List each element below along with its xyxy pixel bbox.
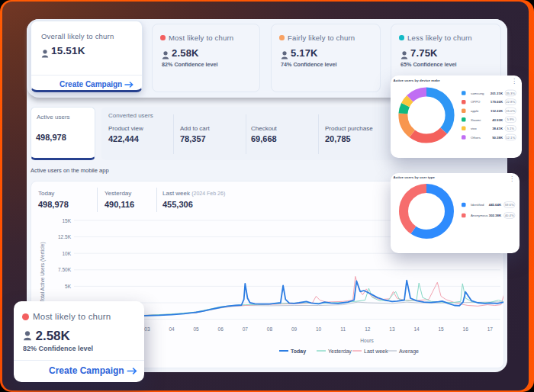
svg-text:13: 13 xyxy=(389,326,395,332)
svg-text:07: 07 xyxy=(243,326,249,332)
svg-text:16: 16 xyxy=(463,326,469,332)
svg-text:05: 05 xyxy=(193,326,199,332)
svg-text:09: 09 xyxy=(291,326,298,332)
svg-text:Hours: Hours xyxy=(360,338,374,343)
svg-text:06: 06 xyxy=(218,326,224,332)
svg-text:12.5K: 12.5K xyxy=(58,234,72,239)
svg-text:40.4%: 40.4% xyxy=(505,214,514,217)
svg-text:Others: Others xyxy=(471,136,481,140)
svg-text:samsung: samsung xyxy=(471,92,484,95)
svg-text:59.6%: 59.6% xyxy=(505,203,514,207)
svg-text:14: 14 xyxy=(413,326,420,332)
svg-text:Anonymous: Anonymous xyxy=(471,214,488,217)
svg-text:43.93K: 43.93K xyxy=(492,118,503,122)
svg-text:5.1%: 5.1% xyxy=(507,127,514,130)
svg-text:Yesterday: Yesterday xyxy=(328,349,352,355)
svg-text:5K: 5K xyxy=(65,284,72,289)
svg-text:Identified: Identified xyxy=(471,203,484,207)
svg-text:12: 12 xyxy=(365,326,371,332)
svg-text:04: 04 xyxy=(169,326,175,332)
svg-text:35.3%: 35.3% xyxy=(506,92,515,95)
svg-text:15.0%: 15.0% xyxy=(506,109,515,113)
svg-text:10: 10 xyxy=(316,326,322,332)
svg-text:Last week: Last week xyxy=(364,349,388,354)
svg-text:17: 17 xyxy=(487,326,494,332)
svg-text:vivo: vivo xyxy=(471,127,477,130)
svg-text:38.41K: 38.41K xyxy=(492,127,503,130)
svg-text:112.22K: 112.22K xyxy=(491,109,503,113)
svg-text:90.38K: 90.38K xyxy=(492,136,503,140)
svg-text:5.9%: 5.9% xyxy=(507,117,514,121)
svg-text:Today: Today xyxy=(291,349,306,355)
svg-text:10K: 10K xyxy=(62,251,71,256)
svg-text:03: 03 xyxy=(144,326,150,332)
svg-text:Total Active Users (Verticle): Total Active Users (Verticle) xyxy=(40,242,46,302)
svg-text:302.38K: 302.38K xyxy=(489,214,502,217)
svg-text:apple: apple xyxy=(471,109,479,113)
svg-text:445.64K: 445.64K xyxy=(489,203,502,207)
svg-text:179.66K: 179.66K xyxy=(491,100,503,104)
svg-text:12.1%: 12.1% xyxy=(506,136,515,140)
svg-text:22.8%: 22.8% xyxy=(506,100,515,104)
svg-text:11: 11 xyxy=(340,326,346,332)
svg-text:Xiaomi: Xiaomi xyxy=(471,118,481,122)
svg-text:15: 15 xyxy=(438,326,444,332)
svg-text:Average: Average xyxy=(399,349,419,355)
svg-text:08: 08 xyxy=(267,326,273,332)
svg-text:15K: 15K xyxy=(62,218,71,223)
svg-text:201.31K: 201.31K xyxy=(491,92,503,95)
svg-text:7.50K: 7.50K xyxy=(58,267,72,272)
svg-text:OPPO: OPPO xyxy=(471,100,481,104)
